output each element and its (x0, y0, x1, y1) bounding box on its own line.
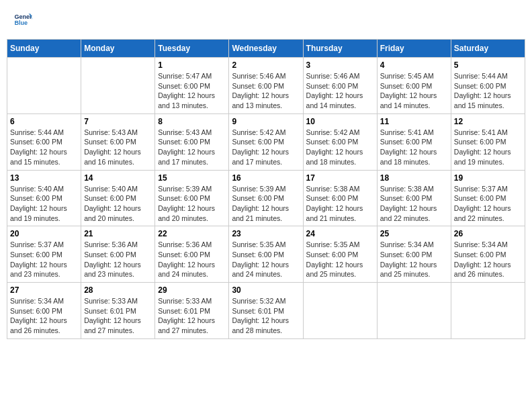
calendar-cell: 13Sunrise: 5:40 AM Sunset: 6:00 PM Dayli… (7, 170, 81, 226)
calendar-cell: 3Sunrise: 5:46 AM Sunset: 6:00 PM Daylig… (303, 58, 377, 114)
calendar-cell: 11Sunrise: 5:41 AM Sunset: 6:00 PM Dayli… (377, 113, 451, 170)
calendar-cell: 22Sunrise: 5:36 AM Sunset: 6:00 PM Dayli… (155, 226, 229, 283)
day-number: 29 (158, 285, 226, 295)
day-number: 5 (454, 60, 522, 70)
calendar-header-row: SundayMondayTuesdayWednesdayThursdayFrid… (7, 40, 525, 58)
day-info: Sunrise: 5:41 AM Sunset: 6:00 PM Dayligh… (380, 128, 448, 167)
weekday-header-saturday: Saturday (451, 40, 525, 58)
calendar-cell (7, 58, 81, 114)
day-info: Sunrise: 5:32 AM Sunset: 6:01 PM Dayligh… (232, 296, 300, 336)
calendar-cell: 15Sunrise: 5:39 AM Sunset: 6:00 PM Dayli… (155, 170, 229, 226)
day-number: 14 (84, 173, 152, 183)
day-number: 12 (454, 117, 522, 126)
day-number: 1 (158, 60, 226, 70)
day-info: Sunrise: 5:34 AM Sunset: 6:00 PM Dayligh… (10, 296, 78, 336)
day-number: 20 (10, 229, 78, 238)
day-info: Sunrise: 5:44 AM Sunset: 6:00 PM Dayligh… (454, 71, 522, 111)
calendar-cell: 8Sunrise: 5:43 AM Sunset: 6:00 PM Daylig… (155, 113, 229, 170)
day-number: 24 (306, 229, 374, 238)
calendar-cell (451, 283, 525, 339)
calendar-cell: 1Sunrise: 5:47 AM Sunset: 6:00 PM Daylig… (155, 58, 229, 114)
calendar-cell: 19Sunrise: 5:37 AM Sunset: 6:00 PM Dayli… (451, 170, 525, 226)
day-info: Sunrise: 5:47 AM Sunset: 6:00 PM Dayligh… (158, 71, 226, 111)
page-header: General Blue (7, 7, 525, 32)
day-number: 2 (232, 60, 300, 70)
calendar-cell: 9Sunrise: 5:42 AM Sunset: 6:00 PM Daylig… (229, 113, 303, 170)
day-info: Sunrise: 5:44 AM Sunset: 6:00 PM Dayligh… (10, 128, 78, 167)
day-info: Sunrise: 5:34 AM Sunset: 6:00 PM Dayligh… (380, 240, 448, 279)
day-info: Sunrise: 5:39 AM Sunset: 6:00 PM Dayligh… (158, 184, 226, 224)
day-number: 8 (158, 117, 226, 126)
day-number: 16 (232, 173, 300, 183)
day-number: 11 (380, 117, 448, 126)
day-number: 27 (10, 285, 78, 295)
day-info: Sunrise: 5:40 AM Sunset: 6:00 PM Dayligh… (10, 184, 78, 224)
day-info: Sunrise: 5:40 AM Sunset: 6:00 PM Dayligh… (84, 184, 152, 224)
calendar-cell: 25Sunrise: 5:34 AM Sunset: 6:00 PM Dayli… (377, 226, 451, 283)
day-info: Sunrise: 5:42 AM Sunset: 6:00 PM Dayligh… (232, 128, 300, 167)
calendar-cell (81, 58, 155, 114)
day-info: Sunrise: 5:43 AM Sunset: 6:00 PM Dayligh… (84, 128, 152, 167)
day-info: Sunrise: 5:38 AM Sunset: 6:00 PM Dayligh… (380, 184, 448, 224)
calendar-cell: 23Sunrise: 5:35 AM Sunset: 6:00 PM Dayli… (229, 226, 303, 283)
day-info: Sunrise: 5:39 AM Sunset: 6:00 PM Dayligh… (232, 184, 300, 224)
calendar-cell: 16Sunrise: 5:39 AM Sunset: 6:00 PM Dayli… (229, 170, 303, 226)
calendar-cell: 6Sunrise: 5:44 AM Sunset: 6:00 PM Daylig… (7, 113, 81, 170)
calendar-cell: 7Sunrise: 5:43 AM Sunset: 6:00 PM Daylig… (81, 113, 155, 170)
day-number: 21 (84, 229, 152, 238)
calendar-cell (377, 283, 451, 339)
week-row-1: 1Sunrise: 5:47 AM Sunset: 6:00 PM Daylig… (7, 58, 525, 114)
logo-icon: General Blue (13, 10, 32, 29)
day-info: Sunrise: 5:34 AM Sunset: 6:00 PM Dayligh… (454, 240, 522, 279)
calendar-cell: 4Sunrise: 5:45 AM Sunset: 6:00 PM Daylig… (377, 58, 451, 114)
day-info: Sunrise: 5:35 AM Sunset: 6:00 PM Dayligh… (232, 240, 300, 279)
day-number: 30 (232, 285, 300, 295)
day-info: Sunrise: 5:37 AM Sunset: 6:00 PM Dayligh… (454, 184, 522, 224)
weekday-header-monday: Monday (81, 40, 155, 58)
day-info: Sunrise: 5:38 AM Sunset: 6:00 PM Dayligh… (306, 184, 374, 224)
calendar-cell: 20Sunrise: 5:37 AM Sunset: 6:00 PM Dayli… (7, 226, 81, 283)
day-info: Sunrise: 5:33 AM Sunset: 6:01 PM Dayligh… (158, 296, 226, 336)
calendar-cell: 18Sunrise: 5:38 AM Sunset: 6:00 PM Dayli… (377, 170, 451, 226)
calendar-cell: 21Sunrise: 5:36 AM Sunset: 6:00 PM Dayli… (81, 226, 155, 283)
day-info: Sunrise: 5:45 AM Sunset: 6:00 PM Dayligh… (380, 71, 448, 111)
day-number: 28 (84, 285, 152, 295)
calendar-cell: 29Sunrise: 5:33 AM Sunset: 6:01 PM Dayli… (155, 283, 229, 339)
calendar-cell (303, 283, 377, 339)
calendar-cell: 14Sunrise: 5:40 AM Sunset: 6:00 PM Dayli… (81, 170, 155, 226)
day-info: Sunrise: 5:36 AM Sunset: 6:00 PM Dayligh… (84, 240, 152, 279)
day-info: Sunrise: 5:43 AM Sunset: 6:00 PM Dayligh… (158, 128, 226, 167)
calendar-cell: 30Sunrise: 5:32 AM Sunset: 6:01 PM Dayli… (229, 283, 303, 339)
weekday-header-friday: Friday (377, 40, 451, 58)
day-info: Sunrise: 5:46 AM Sunset: 6:00 PM Dayligh… (306, 71, 374, 111)
calendar-cell: 27Sunrise: 5:34 AM Sunset: 6:00 PM Dayli… (7, 283, 81, 339)
calendar-cell: 10Sunrise: 5:42 AM Sunset: 6:00 PM Dayli… (303, 113, 377, 170)
day-number: 4 (380, 60, 448, 70)
day-info: Sunrise: 5:37 AM Sunset: 6:00 PM Dayligh… (10, 240, 78, 279)
calendar-cell: 12Sunrise: 5:41 AM Sunset: 6:00 PM Dayli… (451, 113, 525, 170)
day-info: Sunrise: 5:33 AM Sunset: 6:01 PM Dayligh… (84, 296, 152, 336)
day-number: 23 (232, 229, 300, 238)
day-number: 9 (232, 117, 300, 126)
day-number: 6 (10, 117, 78, 126)
calendar-cell: 26Sunrise: 5:34 AM Sunset: 6:00 PM Dayli… (451, 226, 525, 283)
week-row-2: 6Sunrise: 5:44 AM Sunset: 6:00 PM Daylig… (7, 113, 525, 170)
week-row-3: 13Sunrise: 5:40 AM Sunset: 6:00 PM Dayli… (7, 170, 525, 226)
day-info: Sunrise: 5:35 AM Sunset: 6:00 PM Dayligh… (306, 240, 374, 279)
week-row-5: 27Sunrise: 5:34 AM Sunset: 6:00 PM Dayli… (7, 283, 525, 339)
day-info: Sunrise: 5:46 AM Sunset: 6:00 PM Dayligh… (232, 71, 300, 111)
calendar-cell: 24Sunrise: 5:35 AM Sunset: 6:00 PM Dayli… (303, 226, 377, 283)
calendar-cell: 28Sunrise: 5:33 AM Sunset: 6:01 PM Dayli… (81, 283, 155, 339)
day-info: Sunrise: 5:42 AM Sunset: 6:00 PM Dayligh… (306, 128, 374, 167)
day-number: 26 (454, 229, 522, 238)
day-number: 13 (10, 173, 78, 183)
svg-text:Blue: Blue (14, 19, 28, 26)
week-row-4: 20Sunrise: 5:37 AM Sunset: 6:00 PM Dayli… (7, 226, 525, 283)
weekday-header-thursday: Thursday (303, 40, 377, 58)
day-number: 17 (306, 173, 374, 183)
day-number: 15 (158, 173, 226, 183)
weekday-header-wednesday: Wednesday (229, 40, 303, 58)
calendar-table: SundayMondayTuesdayWednesdayThursdayFrid… (7, 39, 525, 339)
day-number: 10 (306, 117, 374, 126)
weekday-header-sunday: Sunday (7, 40, 81, 58)
